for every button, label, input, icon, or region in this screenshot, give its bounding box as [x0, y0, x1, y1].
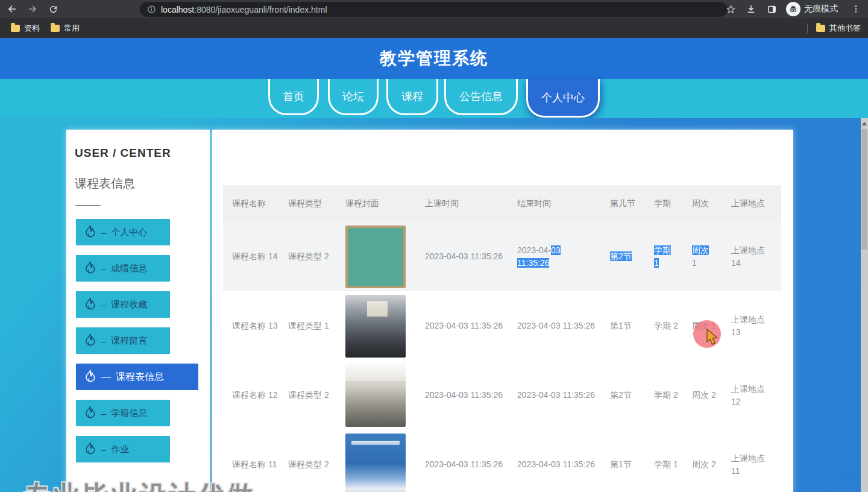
cell-semester: 学期1 [654, 244, 692, 270]
column-header: 结束时间 [517, 197, 610, 210]
sidebar-title: USER / CENTER [75, 147, 171, 160]
cell-name: 课程名称 12 [232, 389, 288, 402]
column-header: 课程名称 [232, 197, 288, 210]
menu-dots-icon[interactable] [848, 1, 864, 17]
course-cover-image [345, 364, 406, 427]
cell-type: 课程类型 2 [288, 458, 345, 471]
column-header: 学期 [654, 197, 692, 210]
bookmark-star-icon[interactable] [722, 1, 739, 17]
folder-icon [51, 25, 60, 32]
site-title: 教学管理系统 [380, 47, 488, 70]
back-icon[interactable] [4, 1, 20, 17]
url-text: localhost:8080/jiaoxueguanli/front/index… [161, 5, 327, 14]
sidebar-panel: USER / CENTER 课程表信息 – 个人中心 – 成绩信息 – 课程收藏… [66, 130, 210, 492]
cell-start: 2023-04-03 11:35:26 [425, 458, 517, 471]
cell-start: 2023-04-03 11:35:26 [425, 320, 517, 332]
sidebar-item-label: 课程留言 [111, 335, 147, 347]
cell-section: 第2节 [610, 250, 654, 263]
cell-semester: 学期 2 [654, 389, 692, 402]
page-background: USER / CENTER 课程表信息 – 个人中心 – 成绩信息 – 课程收藏… [0, 118, 868, 492]
web-page: 教学管理系统 首页论坛课程公告信息个人中心 USER / CENTER 课程表信… [0, 38, 868, 492]
cell-name: 课程名称 11 [232, 458, 288, 471]
nav-tab-个人中心[interactable]: 个人中心 [526, 79, 600, 118]
sidebar-item[interactable]: – 学籍信息 [76, 400, 170, 426]
nav-tab-公告信息[interactable]: 公告信息 [444, 79, 518, 115]
cell-location: 上课地点 13 [731, 314, 781, 339]
scrollbar-up-arrow[interactable] [862, 122, 867, 125]
page-scrollbar[interactable] [861, 118, 868, 492]
column-header: 课程类型 [288, 197, 345, 210]
sidebar-item[interactable]: – 个人中心 [76, 219, 170, 245]
side-panel-icon[interactable] [763, 1, 780, 17]
column-header: 课程封面 [345, 197, 425, 210]
sidebar-subtitle: 课程表信息 [75, 175, 135, 192]
sidebar-divider [75, 205, 101, 206]
site-info-icon[interactable] [147, 5, 156, 14]
course-cover-image [345, 226, 406, 288]
cell-location: 上课地点 11 [731, 452, 781, 478]
column-header: 上课地点 [731, 197, 781, 210]
bookmark-item[interactable]: 常用 [51, 23, 80, 34]
browser-toolbar: localhost:8080/jiaoxueguanli/front/index… [0, 0, 868, 18]
bookmarks-bar: 资料 常用 其他书签 [0, 18, 868, 38]
sidebar-item[interactable]: — 课程表信息 [76, 364, 198, 390]
sidebar-item-label: 学籍信息 [111, 408, 147, 419]
main-panel: 课程名称课程类型课程封面上课时间结束时间第几节学期周次上课地点 课程名称 14课… [212, 130, 793, 492]
download-icon[interactable] [743, 1, 760, 17]
incognito-label: 无痕模式 [804, 4, 838, 14]
scrollbar-thumb[interactable] [861, 129, 867, 250]
cell-section: 第1节 [610, 320, 654, 332]
sidebar-item-label: 个人中心 [111, 227, 147, 238]
sidebar-item[interactable]: – 课程收藏 [76, 291, 170, 318]
screen: localhost:8080/jiaoxueguanli/front/index… [0, 0, 868, 492]
other-bookmarks[interactable]: 其他书签 [816, 23, 861, 34]
course-cover-image [345, 295, 406, 358]
table-row: 课程名称 14课程类型 22023-04-03 11:35:262023-04-… [223, 222, 781, 291]
sidebar-item-label: 作业 [111, 444, 129, 455]
cell-type: 课程类型 2 [288, 389, 345, 402]
cell-name: 课程名称 13 [232, 320, 288, 332]
reload-icon[interactable] [45, 1, 61, 17]
nav-tab-首页[interactable]: 首页 [268, 79, 319, 115]
course-cover-image [345, 434, 406, 492]
column-header: 周次 [692, 197, 731, 210]
nav-tab-课程[interactable]: 课程 [386, 79, 438, 115]
cell-name: 课程名称 14 [232, 250, 288, 263]
column-header: 第几节 [610, 197, 654, 210]
site-nav: 首页论坛课程公告信息个人中心 [0, 79, 868, 118]
cell-type: 课程类型 2 [288, 250, 345, 263]
cell-end: 2023-04-03 11:35:26 [517, 389, 610, 402]
sidebar-item-label: 课程收藏 [111, 299, 147, 311]
cell-location: 上课地点 14 [731, 244, 781, 270]
cell-end: 2023-04-0311:35:26 [517, 244, 610, 270]
url-bar[interactable]: localhost:8080/jiaoxueguanli/front/index… [140, 2, 728, 17]
sidebar-item[interactable]: – 成绩信息 [76, 255, 170, 282]
cell-type: 课程类型 1 [288, 320, 345, 332]
folder-icon [816, 25, 825, 32]
mouse-cursor-icon [706, 329, 722, 349]
bookmark-item[interactable]: 资料 [11, 23, 40, 34]
cell-start: 2023-04-03 11:35:26 [425, 250, 517, 263]
column-header: 上课时间 [425, 197, 517, 210]
cell-section: 第2节 [610, 389, 654, 402]
cell-section: 第1节 [610, 458, 654, 471]
cell-week: 周次 2 [692, 458, 731, 471]
table-header-row: 课程名称课程类型课程封面上课时间结束时间第几节学期周次上课地点 [223, 185, 781, 222]
cell-end: 2023-04-03 11:35:26 [517, 320, 610, 332]
nav-tab-论坛[interactable]: 论坛 [328, 79, 379, 115]
bookmarks-separator [807, 24, 808, 33]
incognito-icon [786, 2, 800, 16]
sidebar-item[interactable]: – 作业 [76, 436, 170, 462]
cell-semester: 学期 1 [654, 458, 692, 471]
table-row: 课程名称 12课程类型 22023-04-03 11:35:262023-04-… [223, 361, 781, 430]
cell-week: 周次 2 [692, 389, 731, 402]
forward-icon[interactable] [24, 1, 41, 17]
table-row: 课程名称 11课程类型 22023-04-03 11:35:262023-04-… [223, 430, 781, 492]
sidebar-item[interactable]: – 课程留言 [76, 327, 170, 354]
cell-location: 上课地点 12 [731, 383, 781, 408]
cell-start: 2023-04-03 11:35:26 [425, 389, 517, 402]
watermark-text: 专业毕业设计代做 [24, 478, 256, 492]
cell-end: 2023-04-03 11:35:26 [517, 458, 610, 471]
folder-icon [11, 25, 20, 32]
site-header: 教学管理系统 [0, 38, 868, 79]
